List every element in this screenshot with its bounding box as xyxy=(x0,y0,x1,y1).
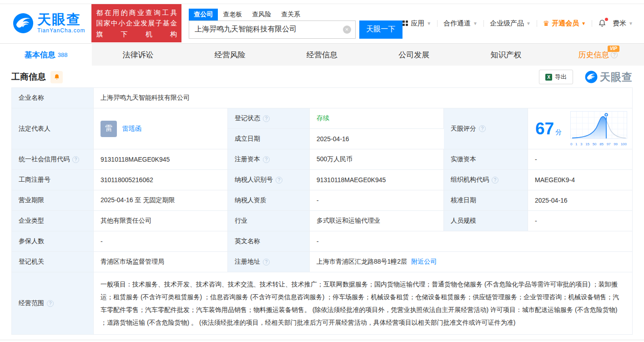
org-code-value: MAEGE0K9-4 xyxy=(528,170,632,190)
score-distribution-chart[interactable]: 0131550859799100 xyxy=(570,111,628,146)
clear-search-icon[interactable]: × xyxy=(343,26,351,34)
legal-rep-avatar[interactable]: 雷 xyxy=(101,121,117,137)
info-row: 参保人数 - 英文名称 - xyxy=(12,231,632,252)
chevron-down-icon: ▼ xyxy=(473,21,478,26)
notification-dot xyxy=(605,18,608,21)
tab-company-development[interactable]: 公司发展 xyxy=(368,44,460,66)
search-area: 查公司 查老板 查风险 查关系 × 天眼一下 xyxy=(189,8,402,39)
paid-capital-label: 实缴资本 xyxy=(444,149,528,170)
help-icon[interactable]: ? xyxy=(263,259,270,265)
company-type-label: 企业类型 xyxy=(12,211,94,231)
bottom-divider xyxy=(0,340,644,340)
business-scope-value: 一般项目：技术服务、技术开发、技术咨询、技术交流、技术转让、技术推广；互联网数据… xyxy=(94,272,632,334)
taxpayer-quality-label: 纳税人资质 xyxy=(228,190,310,211)
business-term-value: 2025-04-16 至 无固定期限 xyxy=(94,190,228,211)
tianyancha-logo[interactable]: 天眼查 TianYanCha.com xyxy=(13,13,85,34)
chevron-down-icon: ▼ xyxy=(581,21,586,26)
info-row: 统一社会信用代码 ? 91310118MAEGE0K945 注册资本 ? 500… xyxy=(12,149,632,170)
insured-count-value: - xyxy=(94,231,228,252)
search-input[interactable] xyxy=(189,20,355,39)
tab-business-risk[interactable]: 经营风险 xyxy=(184,44,276,66)
export-button[interactable]: X 导出 xyxy=(539,70,573,84)
org-code-label: 组织机构代码 ? xyxy=(444,170,528,190)
taxpayer-quality-value: - xyxy=(310,190,444,211)
site-header: 天眼查 TianYanCha.com 都在用的商业查询工具 国家中小企业发展子基… xyxy=(0,4,644,43)
search-tab-company[interactable]: 查公司 xyxy=(189,9,218,20)
crown-icon: ♛ xyxy=(543,19,549,28)
staff-size-label: 人员规模 xyxy=(444,211,528,231)
search-tab-relation[interactable]: 查关系 xyxy=(276,9,305,20)
credit-code-value: 91310118MAEGE0K945 xyxy=(94,149,228,170)
help-icon[interactable]: ? xyxy=(492,177,498,184)
reg-status-value: 存续 xyxy=(310,108,444,129)
menu-separator xyxy=(483,20,484,27)
help-icon[interactable]: ? xyxy=(72,156,79,163)
approval-date-value: 2025-04-16 xyxy=(528,190,632,211)
menu-separator xyxy=(592,20,592,27)
legal-rep-cell: 雷 雷瑶函 xyxy=(94,108,228,149)
english-name-value: - xyxy=(310,231,632,252)
reg-authority-label: 登记机关 xyxy=(12,252,94,272)
score-number: 67 xyxy=(535,119,554,138)
tianyancha-logo-icon xyxy=(585,71,598,83)
brand-name: 天眼查 xyxy=(37,13,85,26)
business-scope-label: 经营范围 ? xyxy=(12,272,94,334)
reg-address-cell: 上海市青浦区汇龙路88号1幢2层 附近公司 xyxy=(310,252,632,272)
taxpayer-id-value: 91310118MAEGE0K945 xyxy=(310,170,444,190)
help-icon[interactable]: ? xyxy=(263,115,270,122)
notifications-bell[interactable] xyxy=(598,19,606,27)
help-icon[interactable]: ? xyxy=(47,300,54,307)
menu-separator xyxy=(437,20,438,27)
chevron-down-icon: ▼ xyxy=(629,21,633,26)
help-icon[interactable]: ? xyxy=(263,156,270,163)
approval-date-label: 核准日期 xyxy=(444,190,528,211)
paid-capital-value: - xyxy=(528,149,632,170)
menu-enterprise-products[interactable]: 企业级产品 ▼ xyxy=(490,19,531,28)
slogan-line1: 都在用的商业查询工具 xyxy=(96,7,177,18)
top-menu: 应用 ▼ 合作通道 ▼ 企业级产品 ▼ ♛ 开通会员 ▼ 费米 xyxy=(402,19,635,28)
info-row: 企业名称 上海羿鸣九天智能科技有限公司 xyxy=(12,88,632,108)
credit-code-label: 统一社会信用代码 ? xyxy=(12,149,94,170)
chevron-down-icon: ▼ xyxy=(427,21,431,26)
tab-history-info[interactable]: VIP 历史信息 ? xyxy=(552,44,644,66)
menu-apps[interactable]: 应用 ▼ xyxy=(402,19,431,28)
search-tab-boss[interactable]: 查老板 xyxy=(218,9,247,20)
menu-user[interactable]: 费米 ▼ xyxy=(613,19,633,28)
top-strip xyxy=(0,0,644,4)
establish-date-value: 2025-04-16 xyxy=(310,129,444,149)
help-icon[interactable]: ? xyxy=(276,177,282,184)
tianyancha-watermark: 天眼查 xyxy=(585,70,633,84)
apps-grid-icon xyxy=(402,20,408,26)
info-row: 营业期限 2025-04-16 至 无固定期限 纳税人资质 - 核准日期 202… xyxy=(12,190,632,211)
nearby-companies-link[interactable]: 附近公司 xyxy=(411,258,437,266)
info-row: 企业类型 其他有限责任公司 行业 多式联运和运输代理业 人员规模 - xyxy=(12,211,632,231)
legal-rep-label: 法定代表人 xyxy=(12,108,94,149)
info-row: 法定代表人 雷 雷瑶函 登记状态 ? 存续 成立日期 2025-04-16 天眼… xyxy=(12,108,632,149)
tab-count-badge: 388 xyxy=(58,51,68,58)
search-button[interactable]: 天眼一下 xyxy=(359,20,403,39)
reg-number-label: 工商注册号 xyxy=(12,170,94,190)
help-icon[interactable]: ? xyxy=(479,125,486,132)
score-cell: 67分 xyxy=(528,108,632,149)
legal-rep-link[interactable]: 雷瑶函 xyxy=(122,125,141,133)
business-info-header: 工商信息 X 导出 天眼查 xyxy=(0,66,644,87)
monitor-bell-button[interactable] xyxy=(50,71,63,83)
reg-capital-value: 500万人民币 xyxy=(310,149,444,170)
search-tab-risk[interactable]: 查风险 xyxy=(247,9,276,20)
vip-badge: VIP xyxy=(608,46,619,52)
info-row: 经营范围 ? 一般项目：技术服务、技术开发、技术咨询、技术交流、技术转让、技术推… xyxy=(12,272,632,334)
tab-basic-info[interactable]: 基本信息 388 xyxy=(0,44,92,66)
insured-count-label: 参保人数 xyxy=(12,231,94,252)
tab-business-info[interactable]: 经营信息 xyxy=(276,44,368,66)
establish-date-label: 成立日期 xyxy=(228,129,310,149)
score-label: 天眼评分 ? xyxy=(444,108,528,149)
tab-legal-proceedings[interactable]: 法律诉讼 xyxy=(92,44,184,66)
menu-separator xyxy=(537,20,537,27)
slogan-badge: 都在用的商业查询工具 国家中小企业发展子基金旗下机构 xyxy=(91,4,181,42)
company-nav-tabs: 基本信息 388 法律诉讼 经营风险 经营信息 公司发展 知识产权 VIP 历史… xyxy=(0,43,644,66)
taxpayer-id-label: 纳税人识别号 ? xyxy=(228,170,310,190)
help-icon[interactable]: ? xyxy=(611,51,618,58)
menu-open-vip[interactable]: ♛ 开通会员 ▼ xyxy=(543,19,586,28)
tab-intellectual-property[interactable]: 知识产权 xyxy=(460,44,552,66)
menu-partner-channel[interactable]: 合作通道 ▼ xyxy=(443,19,478,28)
